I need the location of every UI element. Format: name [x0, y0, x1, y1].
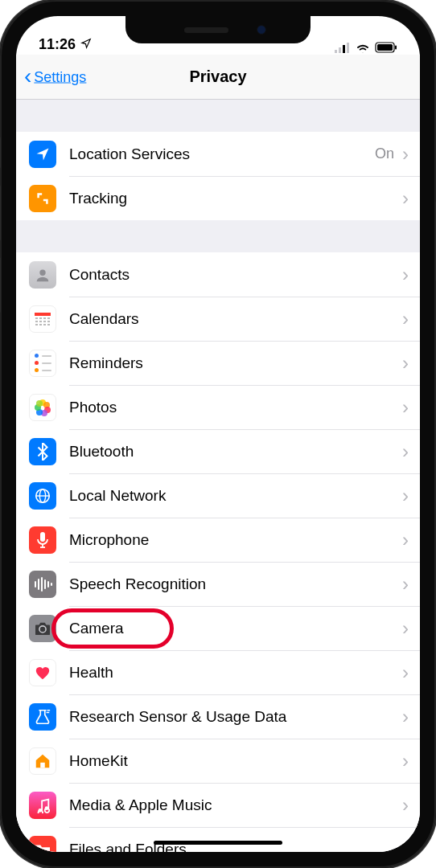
mute-switch: [0, 137, 1, 169]
row-speech-recognition[interactable]: Speech Recognition ›: [16, 562, 420, 606]
battery-icon: [375, 42, 397, 53]
home-icon: [29, 747, 56, 775]
volume-down-button: [0, 257, 1, 313]
row-location-services[interactable]: Location Services On ›: [16, 132, 420, 176]
row-label: Speech Recognition: [69, 575, 402, 593]
wifi-icon: [356, 42, 370, 53]
chevron-right-icon: ›: [402, 838, 409, 852]
chevron-right-icon: ›: [402, 396, 409, 419]
row-label: Reminders: [69, 354, 402, 372]
row-label: Location Services: [69, 145, 375, 163]
row-contacts[interactable]: Contacts ›: [16, 252, 420, 297]
chevron-right-icon: ›: [402, 573, 409, 596]
folder-icon: [29, 836, 56, 853]
chevron-right-icon: ›: [402, 750, 409, 772]
chevron-right-icon: ›: [402, 706, 409, 728]
chevron-right-icon: ›: [402, 440, 409, 463]
row-microphone[interactable]: Microphone ›: [16, 518, 420, 562]
network-icon: [29, 482, 56, 510]
nav-bar: ‹ Settings Privacy: [16, 55, 420, 100]
svg-rect-14: [39, 321, 42, 322]
tracking-icon: [29, 185, 56, 212]
location-arrow-icon: [29, 141, 56, 168]
row-label: Contacts: [69, 266, 402, 284]
chevron-right-icon: ›: [402, 485, 409, 507]
row-reminders[interactable]: Reminders ›: [16, 341, 420, 385]
svg-rect-6: [395, 46, 397, 50]
music-icon: [29, 792, 56, 819]
svg-rect-19: [43, 324, 46, 326]
row-label: Photos: [69, 399, 402, 416]
svg-rect-2: [343, 45, 345, 53]
svg-point-7: [39, 269, 45, 275]
settings-group: Location Services On › Tracking ›: [16, 132, 420, 220]
contacts-icon: [29, 261, 56, 289]
back-button[interactable]: ‹ Settings: [24, 68, 86, 85]
svg-rect-17: [35, 324, 38, 326]
cellular-signal-icon: [335, 42, 351, 53]
settings-list[interactable]: Location Services On › Tracking ›: [16, 100, 420, 852]
row-local-network[interactable]: Local Network ›: [16, 473, 420, 518]
svg-rect-20: [47, 324, 50, 326]
calendar-icon: [29, 305, 56, 333]
row-research[interactable]: Research Sensor & Usage Data ›: [16, 694, 420, 739]
heart-icon: [29, 659, 56, 686]
phone-frame: 11:26: [0, 0, 436, 868]
microphone-icon: [29, 526, 56, 554]
svg-rect-31: [40, 532, 45, 542]
row-label: Health: [69, 664, 402, 682]
notch: [125, 16, 311, 43]
chevron-right-icon: ›: [402, 143, 409, 166]
svg-rect-10: [39, 317, 42, 319]
chevron-right-icon: ›: [402, 617, 409, 640]
chevron-right-icon: ›: [402, 529, 409, 551]
row-label: Microphone: [69, 531, 402, 549]
location-indicator-icon: [80, 36, 92, 53]
status-time: 11:26: [39, 36, 76, 53]
row-label: Media & Apple Music: [69, 796, 402, 814]
row-label: Local Network: [69, 487, 402, 505]
chevron-right-icon: ›: [402, 352, 409, 375]
svg-rect-18: [39, 324, 42, 326]
row-label: Research Sensor & Usage Data: [69, 708, 402, 726]
chevron-right-icon: ›: [402, 308, 409, 330]
row-camera[interactable]: Camera ›: [16, 606, 420, 650]
row-label: Bluetooth: [69, 443, 402, 461]
svg-rect-3: [347, 43, 349, 53]
svg-rect-8: [35, 313, 51, 316]
svg-rect-12: [47, 317, 50, 319]
camera-icon: [29, 615, 56, 642]
row-homekit[interactable]: HomeKit ›: [16, 739, 420, 783]
volume-up-button: [0, 185, 1, 241]
row-health[interactable]: Health ›: [16, 650, 420, 694]
settings-group: Contacts › Calendars: [16, 252, 420, 852]
reminders-icon: [29, 350, 56, 377]
row-label: Calendars: [69, 310, 402, 328]
row-media-music[interactable]: Media & Apple Music ›: [16, 783, 420, 827]
svg-rect-43: [40, 762, 45, 767]
photos-icon: [29, 394, 56, 421]
home-indicator[interactable]: [154, 841, 282, 845]
chevron-right-icon: ›: [402, 661, 409, 684]
back-label: Settings: [34, 68, 86, 85]
research-icon: [29, 703, 56, 731]
svg-rect-5: [377, 44, 393, 51]
bluetooth-icon: [29, 438, 56, 465]
row-label: HomeKit: [69, 752, 402, 770]
svg-point-45: [45, 806, 49, 810]
screen: 11:26: [16, 16, 420, 852]
svg-rect-16: [47, 321, 50, 322]
row-bluetooth[interactable]: Bluetooth ›: [16, 429, 420, 473]
row-files-folders[interactable]: Files and Folders ›: [16, 827, 420, 852]
row-label: Tracking: [69, 190, 402, 207]
row-tracking[interactable]: Tracking ›: [16, 176, 420, 220]
waveform-icon: [29, 571, 56, 598]
svg-point-27: [36, 400, 43, 407]
svg-rect-9: [35, 317, 38, 319]
row-calendars[interactable]: Calendars ›: [16, 297, 420, 341]
row-photos[interactable]: Photos ›: [16, 385, 420, 429]
row-value: On: [375, 145, 394, 162]
svg-rect-13: [35, 321, 38, 322]
svg-rect-1: [339, 47, 341, 53]
chevron-right-icon: ›: [402, 794, 409, 817]
